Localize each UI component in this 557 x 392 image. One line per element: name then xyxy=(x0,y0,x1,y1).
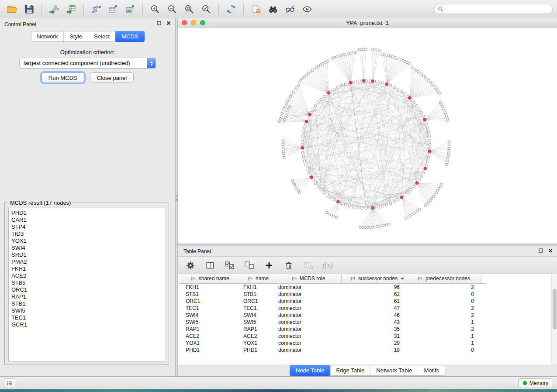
table-cell[interactable]: 2 xyxy=(407,312,481,319)
table-cell[interactable]: 0 xyxy=(407,291,481,298)
hide-selected-button[interactable] xyxy=(282,2,298,16)
table-cell[interactable]: YOX1 xyxy=(241,340,276,347)
table-cell[interactable]: 43 xyxy=(341,319,407,326)
table-cell[interactable]: PHD1 xyxy=(241,347,276,354)
table-cell[interactable]: 2 xyxy=(407,283,481,291)
column-header-successor-nodes[interactable]: successor nodes xyxy=(341,274,407,283)
mcds-result-item[interactable]: SWI5 xyxy=(9,307,165,314)
table-cell[interactable]: ORC1 xyxy=(180,298,241,305)
table-cell[interactable]: TEC1 xyxy=(180,305,241,312)
open-session-button[interactable] xyxy=(4,2,20,16)
search-input[interactable] xyxy=(446,6,549,12)
table-cell[interactable]: FKH1 xyxy=(241,283,276,291)
table-cell[interactable]: TEC1 xyxy=(241,305,276,312)
tab-mcds[interactable]: MCDS xyxy=(115,31,144,42)
mcds-result-item[interactable]: ORC1 xyxy=(9,286,165,293)
show-column-button[interactable] xyxy=(204,260,216,271)
table-cell[interactable]: SWI4 xyxy=(180,312,241,319)
table-row[interactable]: ACE2ACE2connector311 xyxy=(180,333,486,340)
table-cell[interactable]: YOX1 xyxy=(180,340,241,347)
column-header-mcds-role[interactable]: MCDS role xyxy=(276,274,341,283)
table-cell[interactable]: SWI5 xyxy=(241,319,276,326)
table-cell[interactable]: 47 xyxy=(341,305,407,312)
export-table-button[interactable] xyxy=(105,2,121,16)
tab-motifs[interactable]: Motifs xyxy=(418,365,445,375)
table-cell[interactable]: 1 xyxy=(407,319,481,326)
zoom-selected-button[interactable] xyxy=(198,2,214,16)
select-all-button[interactable] xyxy=(224,260,235,271)
mcds-result-item[interactable]: YOX1 xyxy=(9,237,165,244)
table-row[interactable]: ORC1ORC1dominator610 xyxy=(180,298,486,305)
table-cell[interactable]: connector xyxy=(276,340,341,347)
table-cell[interactable]: SWI4 xyxy=(241,312,276,319)
import-network-button[interactable] xyxy=(46,2,62,16)
table-cell[interactable]: 31 xyxy=(341,333,407,340)
export-image-button[interactable] xyxy=(122,2,138,16)
memory-button[interactable]: Memory xyxy=(518,378,553,388)
export-document-button[interactable] xyxy=(248,2,264,16)
table-cell[interactable]: 0 xyxy=(407,347,481,354)
tab-edge-table[interactable]: Edge Table xyxy=(330,365,370,375)
table-cell[interactable]: 96 xyxy=(341,283,407,291)
table-cell[interactable]: 1 xyxy=(407,340,481,347)
splitter-handle-icon[interactable] xyxy=(176,195,177,201)
mcds-result-item[interactable]: FKH1 xyxy=(9,265,165,272)
table-scrollbar[interactable] xyxy=(551,274,557,364)
table-cell[interactable]: ACE2 xyxy=(241,333,276,340)
table-row[interactable]: RAP1RAP1dominator352 xyxy=(180,326,486,333)
table-cell[interactable]: SWI5 xyxy=(180,319,241,326)
mcds-result-item[interactable]: SRD1 xyxy=(9,251,165,258)
table-cell[interactable]: FKH1 xyxy=(180,283,241,291)
table-cell[interactable]: RAP1 xyxy=(180,326,241,333)
run-mcds-button[interactable]: Run MCDS xyxy=(42,72,84,83)
maximize-window-button[interactable] xyxy=(200,20,205,25)
network-graph[interactable] xyxy=(178,28,556,244)
mcds-result-item[interactable]: TID3 xyxy=(9,230,165,237)
mcds-result-item[interactable]: TEC1 xyxy=(9,314,165,321)
mcds-result-item[interactable]: STP4 xyxy=(9,224,165,230)
table-cell[interactable]: STB1 xyxy=(241,291,276,298)
column-header-predecessor-nodes[interactable]: predecessor nodes xyxy=(407,274,481,283)
table-cell[interactable]: PHD1 xyxy=(180,347,241,354)
table-cell[interactable]: RAP1 xyxy=(241,326,276,333)
add-function-row-button[interactable] xyxy=(263,260,275,271)
table-cell[interactable]: dominator xyxy=(276,312,341,319)
save-session-button[interactable] xyxy=(21,2,37,16)
table-cell[interactable]: 46 xyxy=(341,312,407,319)
table-cell[interactable]: 18 xyxy=(341,347,407,354)
close-panel-icon[interactable] xyxy=(548,248,553,253)
optimization-criterion-select[interactable]: largest connected component (undirected) xyxy=(19,58,156,69)
deselect-all-button[interactable] xyxy=(244,260,255,271)
table-cell[interactable]: 29 xyxy=(341,340,407,347)
mcds-result-item[interactable]: CAR1 xyxy=(9,217,165,224)
table-settings-button[interactable] xyxy=(185,260,196,271)
search-box[interactable] xyxy=(434,4,553,14)
table-cell[interactable]: 62 xyxy=(341,291,407,298)
table-scrollbar-thumb[interactable] xyxy=(553,289,557,329)
table-cell[interactable]: dominator xyxy=(276,291,341,298)
table-cell[interactable]: dominator xyxy=(276,326,341,333)
table-cell[interactable]: 0 xyxy=(407,298,481,305)
network-canvas[interactable] xyxy=(178,28,557,244)
mcds-result-item[interactable]: STB5 xyxy=(9,279,165,286)
table-cell[interactable]: connector xyxy=(276,305,341,312)
show-all-button[interactable] xyxy=(299,2,315,16)
mcds-result-list[interactable]: PHD1CAR1STP4TID3YOX1SWI4SRD1PMA2FKH1ACE2… xyxy=(8,208,165,361)
mcds-result-item[interactable]: RAP1 xyxy=(9,293,165,300)
table-cell[interactable]: 35 xyxy=(341,326,407,333)
close-panel-icon[interactable] xyxy=(166,21,171,25)
table-cell[interactable]: dominator xyxy=(276,283,341,291)
table-cell[interactable]: 2 xyxy=(407,326,481,333)
minimize-window-button[interactable] xyxy=(191,20,196,25)
table-row[interactable]: SWI5SWI5connector431 xyxy=(180,319,486,326)
column-header-name[interactable]: name xyxy=(241,274,276,283)
close-window-button[interactable] xyxy=(182,20,187,25)
tab-style[interactable]: Style xyxy=(64,31,88,41)
table-row[interactable]: TEC1TEC1connector472 xyxy=(180,305,486,312)
mcds-result-item[interactable]: PHD1 xyxy=(9,210,165,217)
tab-network-table[interactable]: Network Table xyxy=(370,365,418,375)
table-row[interactable]: FKH1FKH1dominator962 xyxy=(180,283,486,291)
delete-rows-button[interactable] xyxy=(283,260,294,271)
close-panel-button[interactable]: Close panel xyxy=(90,72,134,83)
mcds-result-item[interactable]: STB1 xyxy=(9,300,165,307)
